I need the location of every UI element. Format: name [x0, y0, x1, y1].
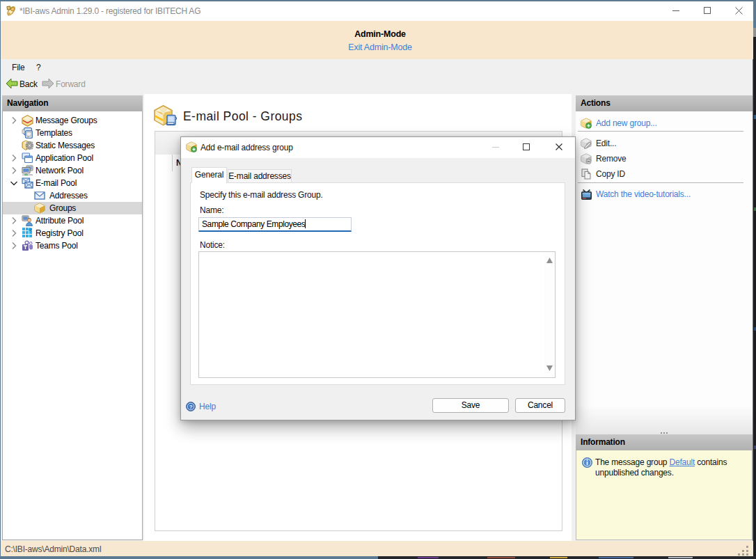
svg-text:?: ?: [189, 404, 193, 410]
